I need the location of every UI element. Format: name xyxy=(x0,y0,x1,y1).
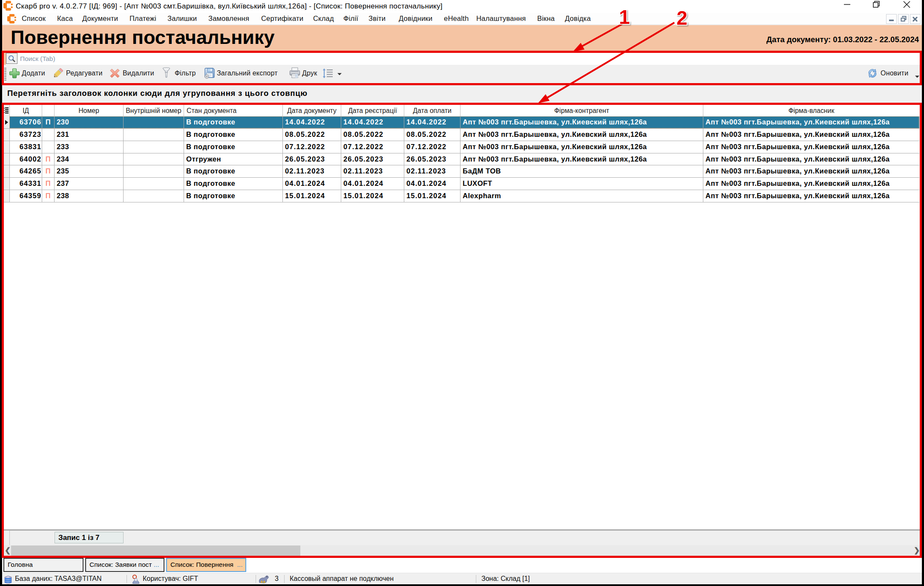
svg-text:2: 2 xyxy=(676,7,688,29)
svg-text:1: 1 xyxy=(619,6,630,28)
